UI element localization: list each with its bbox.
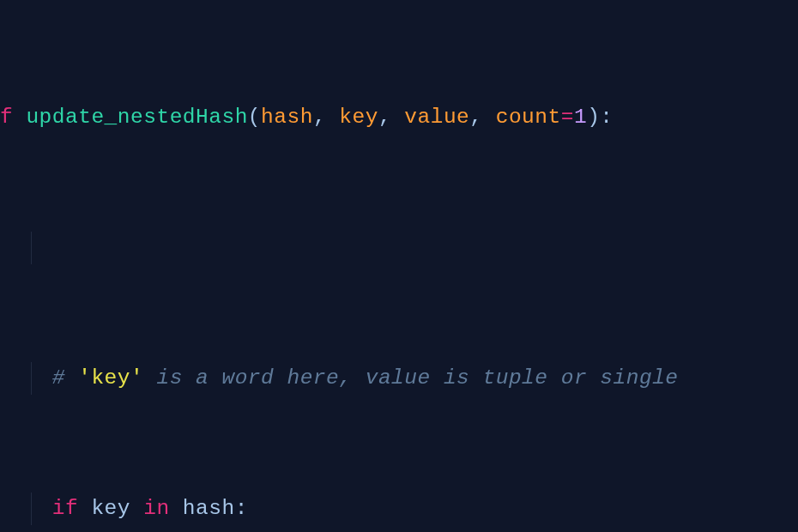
param: key — [339, 106, 378, 129]
param: count — [496, 106, 561, 129]
number-literal: 1 — [574, 106, 587, 129]
code-editor[interactable]: f update_nestedHash(hash, key, value, co… — [0, 0, 798, 532]
code-line[interactable]: if key in hash: — [0, 493, 798, 525]
comment: is a word here, value is tuple or single — [143, 366, 678, 390]
keyword-def: f — [0, 106, 13, 129]
code-line[interactable]: f update_nestedHash(hash, key, value, co… — [0, 101, 798, 134]
comment-string: 'key' — [78, 366, 143, 390]
param: hash — [261, 106, 313, 129]
keyword-in: in — [143, 497, 169, 520]
keyword-if: if — [52, 497, 78, 520]
param: value — [404, 106, 469, 129]
code-line[interactable]: # 'key' is a word here, value is tuple o… — [0, 362, 798, 395]
comment: # — [52, 366, 78, 390]
code-line[interactable] — [0, 232, 798, 264]
function-name: update_nestedHash — [26, 106, 247, 129]
